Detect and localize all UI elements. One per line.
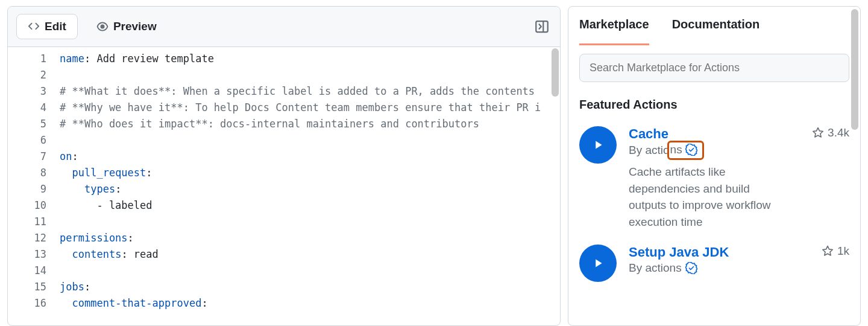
code-editor[interactable]: 12345678910111213141516 name: Add review… [8, 47, 560, 325]
scrollbar-thumb[interactable] [552, 48, 559, 97]
scrollbar-thumb[interactable] [851, 9, 858, 130]
action-byline: By actions [629, 143, 704, 158]
tab-marketplace[interactable]: Marketplace [579, 18, 649, 45]
verified-icon [685, 262, 697, 274]
svg-rect-0 [536, 21, 548, 32]
editor-panel: Edit Preview 12345678910111213141516 nam… [7, 6, 561, 326]
verified-icon [685, 144, 697, 156]
edit-tab-label: Edit [45, 20, 66, 33]
action-title[interactable]: Setup Java JDK [629, 245, 729, 260]
tab-documentation[interactable]: Documentation [672, 18, 760, 45]
action-item[interactable]: Setup Java JDK By actions 1k [579, 245, 849, 282]
code-icon [28, 21, 40, 33]
editor-header: Edit Preview [8, 7, 560, 47]
action-avatar [579, 245, 617, 282]
preview-tab-label: Preview [113, 20, 157, 33]
preview-tab[interactable]: Preview [85, 14, 168, 39]
toggle-sidebar-button[interactable] [532, 17, 552, 36]
code-content[interactable]: name: Add review template # **What it do… [60, 47, 560, 325]
verified-badge-highlighted: ns [667, 141, 704, 160]
action-title[interactable]: Cache [629, 126, 704, 142]
eye-icon [96, 21, 108, 33]
featured-actions-heading: Featured Actions [579, 98, 849, 112]
star-icon [812, 127, 824, 139]
marketplace-panel: Marketplace Documentation Featured Actio… [568, 6, 861, 326]
line-numbers: 12345678910111213141516 [8, 47, 60, 325]
star-count: 1k [822, 245, 849, 258]
edit-tab[interactable]: Edit [16, 14, 78, 39]
sidebar-tabs: Marketplace Documentation [579, 7, 849, 45]
star-icon [822, 245, 834, 257]
star-count: 3.4k [812, 126, 849, 139]
action-description: Cache artifacts like dependencies and bu… [629, 164, 785, 230]
search-input[interactable] [579, 54, 849, 82]
action-byline: By actions [629, 261, 729, 275]
action-avatar [579, 126, 617, 164]
action-item[interactable]: Cache By actions 3.4k Cache artifacts li… [579, 126, 849, 230]
